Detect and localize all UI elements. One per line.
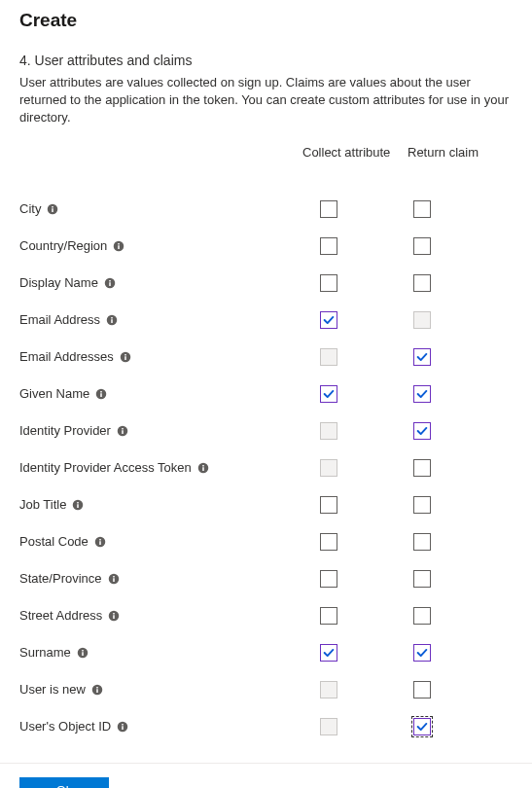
return-cell bbox=[408, 644, 513, 662]
info-icon bbox=[104, 277, 116, 289]
attribute-label: City bbox=[19, 201, 41, 216]
info-icon bbox=[106, 314, 118, 326]
collect-attribute-checkbox[interactable] bbox=[320, 644, 337, 662]
return-cell bbox=[408, 718, 513, 735]
svg-rect-4 bbox=[119, 245, 121, 249]
collect-attribute-checkbox[interactable] bbox=[320, 570, 337, 588]
svg-rect-35 bbox=[114, 613, 116, 615]
info-icon[interactable] bbox=[72, 499, 84, 511]
info-icon bbox=[108, 573, 120, 585]
attribute-row: Surname bbox=[19, 634, 513, 671]
return-claim-checkbox[interactable] bbox=[413, 533, 431, 551]
svg-rect-32 bbox=[113, 576, 115, 578]
info-icon bbox=[72, 499, 84, 511]
svg-rect-28 bbox=[99, 541, 101, 545]
collect-attribute-checkbox[interactable] bbox=[320, 274, 337, 292]
info-icon[interactable] bbox=[108, 573, 120, 585]
svg-rect-41 bbox=[96, 687, 98, 689]
svg-rect-2 bbox=[53, 206, 54, 208]
header-return-claim: Return claim bbox=[408, 145, 513, 160]
svg-rect-17 bbox=[101, 391, 103, 393]
attribute-row: Email Addresses bbox=[19, 339, 513, 376]
return-claim-checkbox[interactable] bbox=[413, 607, 431, 625]
ok-button[interactable]: Ok bbox=[19, 777, 109, 788]
info-icon[interactable] bbox=[91, 684, 103, 696]
return-claim-checkbox[interactable] bbox=[413, 496, 431, 514]
return-claim-checkbox[interactable] bbox=[413, 644, 431, 662]
attribute-row: User is new bbox=[19, 671, 513, 708]
svg-rect-19 bbox=[122, 430, 124, 434]
return-claim-checkbox[interactable] bbox=[413, 570, 431, 588]
attribute-name-cell: Street Address bbox=[19, 608, 302, 623]
svg-rect-7 bbox=[109, 282, 111, 286]
return-claim-checkbox[interactable] bbox=[413, 274, 431, 292]
collect-cell bbox=[302, 274, 408, 292]
attribute-name-cell: Display Name bbox=[19, 275, 302, 290]
collect-attribute-checkbox bbox=[320, 718, 337, 735]
attribute-row: Given Name bbox=[19, 376, 513, 412]
attribute-row: Identity Provider bbox=[19, 412, 513, 449]
attribute-name-cell: Postal Code bbox=[19, 534, 302, 549]
return-claim-checkbox[interactable] bbox=[413, 237, 431, 255]
collect-attribute-checkbox[interactable] bbox=[320, 311, 337, 329]
attribute-name-cell: Given Name bbox=[19, 386, 302, 401]
collect-attribute-checkbox[interactable] bbox=[320, 607, 337, 625]
svg-rect-22 bbox=[202, 467, 204, 471]
info-icon[interactable] bbox=[108, 610, 120, 622]
attribute-label: Postal Code bbox=[19, 534, 89, 549]
info-icon[interactable] bbox=[77, 647, 89, 659]
panel-title: Create bbox=[19, 10, 513, 31]
attribute-row: Country/Region bbox=[19, 228, 513, 265]
collect-attribute-checkbox bbox=[320, 422, 337, 440]
collect-attribute-checkbox[interactable] bbox=[320, 200, 337, 218]
svg-rect-23 bbox=[202, 465, 204, 467]
info-icon bbox=[47, 203, 58, 215]
return-cell bbox=[408, 681, 513, 698]
info-icon bbox=[91, 684, 103, 696]
collect-attribute-checkbox[interactable] bbox=[320, 237, 337, 255]
svg-rect-5 bbox=[119, 243, 121, 245]
attribute-label: Country/Region bbox=[19, 238, 107, 253]
return-claim-checkbox[interactable] bbox=[413, 459, 431, 477]
collect-cell bbox=[302, 348, 408, 366]
info-icon[interactable] bbox=[47, 203, 58, 215]
attribute-name-cell: City bbox=[19, 201, 302, 216]
svg-rect-13 bbox=[124, 356, 126, 360]
collect-attribute-checkbox[interactable] bbox=[320, 385, 337, 403]
collect-attribute-checkbox[interactable] bbox=[320, 496, 337, 514]
collect-cell bbox=[302, 644, 408, 662]
return-claim-checkbox[interactable] bbox=[413, 200, 431, 218]
info-icon[interactable] bbox=[95, 388, 107, 400]
attribute-label: Display Name bbox=[19, 275, 98, 290]
attribute-name-cell: Surname bbox=[19, 645, 302, 660]
attribute-row: State/Province bbox=[19, 560, 513, 597]
attribute-label: Identity Provider bbox=[19, 423, 111, 438]
attribute-label: User is new bbox=[19, 682, 86, 697]
return-claim-checkbox[interactable] bbox=[413, 718, 431, 735]
section-title: 4. User attributes and claims bbox=[19, 53, 513, 68]
attribute-name-cell: State/Province bbox=[19, 571, 302, 586]
svg-rect-1 bbox=[53, 208, 54, 212]
info-icon[interactable] bbox=[117, 425, 128, 437]
info-icon[interactable] bbox=[197, 462, 209, 474]
attribute-row: Email Address bbox=[19, 302, 513, 339]
attribute-row: Street Address bbox=[19, 597, 513, 634]
collect-cell bbox=[302, 311, 408, 329]
return-claim-checkbox[interactable] bbox=[413, 348, 431, 366]
info-icon[interactable] bbox=[120, 351, 131, 363]
info-icon[interactable] bbox=[113, 240, 124, 252]
collect-attribute-checkbox[interactable] bbox=[320, 533, 337, 551]
info-icon[interactable] bbox=[106, 314, 118, 326]
return-claim-checkbox[interactable] bbox=[413, 681, 431, 698]
info-icon[interactable] bbox=[117, 721, 128, 733]
return-cell bbox=[408, 200, 513, 218]
attribute-name-cell: Identity Provider Access Token bbox=[19, 460, 302, 475]
return-cell bbox=[408, 311, 513, 329]
return-claim-checkbox[interactable] bbox=[413, 422, 431, 440]
info-icon[interactable] bbox=[104, 277, 116, 289]
attribute-label: Job Title bbox=[19, 497, 66, 512]
svg-rect-34 bbox=[114, 615, 116, 619]
info-icon[interactable] bbox=[94, 536, 106, 548]
return-claim-checkbox[interactable] bbox=[413, 385, 431, 403]
return-cell bbox=[408, 607, 513, 625]
